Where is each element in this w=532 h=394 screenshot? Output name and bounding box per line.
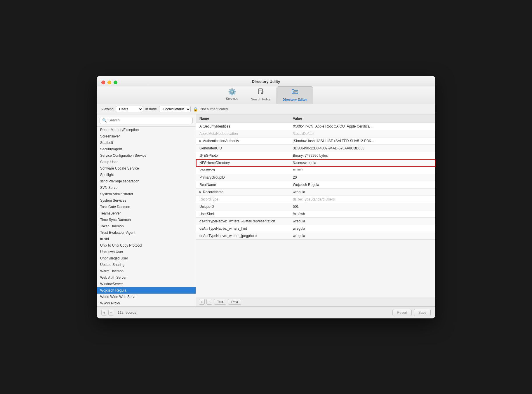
cell-name: AppleMetaNodeLocation: [196, 130, 289, 137]
list-item[interactable]: Unix to Unix Copy Protocol: [97, 242, 196, 249]
header-name: Name: [196, 116, 289, 121]
list-item[interactable]: Setup User: [97, 159, 196, 165]
value-toolbar: + − Text Data: [196, 297, 435, 306]
lock-icon[interactable]: 🔒: [193, 107, 198, 111]
cell-value: wregula: [289, 225, 435, 232]
list-item[interactable]: Screensaver: [97, 133, 196, 140]
main-window: Directory Utility ⚙️ Services Search Pol…: [97, 76, 435, 318]
search-icon: 🔍: [102, 118, 107, 123]
table-row[interactable]: dsAttrTypeNative:_writers_jpegphotowregu…: [196, 232, 435, 240]
search-input-wrap: 🔍: [100, 117, 193, 124]
add-value-button[interactable]: +: [199, 299, 205, 305]
table-row[interactable]: UserShell/bin/zsh: [196, 210, 435, 218]
add-record-button[interactable]: +: [101, 310, 107, 315]
cell-value: wregula: [289, 189, 435, 196]
table-row[interactable]: AppleMetaNodeLocation/Local/Default: [196, 130, 435, 137]
cell-value: 501: [289, 203, 435, 210]
save-button[interactable]: Save: [414, 309, 431, 316]
cell-value: 3D308490-22D8-4009-94AD-678AA8CBD833: [289, 145, 435, 152]
list-item[interactable]: SVN Server: [97, 184, 196, 191]
table-header: Name Value: [196, 114, 435, 123]
cell-name: ▶RecordName: [196, 189, 289, 196]
table-row[interactable]: dsAttrTypeNative:_writers_AvatarRepresen…: [196, 218, 435, 225]
tab-services[interactable]: ⚙️ Services: [219, 86, 245, 104]
node-select[interactable]: /Local/Default: [159, 106, 191, 112]
expand-arrow-icon[interactable]: ▶: [199, 190, 202, 193]
list-item[interactable]: SecurityAgent: [97, 146, 196, 152]
viewing-label: Viewing: [101, 107, 114, 111]
list-item[interactable]: WWW Proxy: [97, 300, 196, 306]
list-items: ReportMemoryExceptionScreensaverSeatbelt…: [97, 127, 196, 306]
table-row[interactable]: RecordTypedsRecTypeStandard:Users: [196, 196, 435, 203]
text-button[interactable]: Text: [214, 299, 226, 305]
search-bar: 🔍: [97, 114, 196, 127]
list-item[interactable]: trustd: [97, 236, 196, 242]
cell-value: Wojciech Reguła: [289, 181, 435, 188]
table-row[interactable]: ▶AuthenticationAuthority;ShadowHash;HASH…: [196, 137, 435, 145]
cell-value: 20: [289, 174, 435, 181]
list-item[interactable]: Software Update Service: [97, 165, 196, 172]
remove-record-button[interactable]: −: [108, 310, 114, 315]
cell-name: dsAttrTypeNative:_writers_jpegphoto: [196, 232, 289, 239]
cell-value: X509:<T>CN=Apple Root CA,OU=Apple Certif…: [289, 123, 435, 130]
list-item[interactable]: WindowServer: [97, 281, 196, 287]
window-title: Directory Utility: [252, 79, 280, 84]
list-item[interactable]: Unprivileged User: [97, 255, 196, 261]
list-item[interactable]: System Services: [97, 197, 196, 204]
cell-value: /Users/wregula: [289, 159, 435, 166]
cell-value: wregula: [289, 232, 435, 239]
cell-name: UniqueID: [196, 203, 289, 210]
list-item[interactable]: System Administrator: [97, 191, 196, 197]
list-item[interactable]: Task Gate Daemon: [97, 204, 196, 210]
table-row[interactable]: dsAttrTypeNative:_writers_hintwregula: [196, 225, 435, 232]
list-item[interactable]: Time Sync Daemon: [97, 217, 196, 223]
cell-name: PrimaryGroupID: [196, 174, 289, 181]
table-row[interactable]: AltSecurityIdentitiesX509:<T>CN=Apple Ro…: [196, 123, 435, 130]
list-item[interactable]: Token Daemon: [97, 223, 196, 229]
bottom-left: + − 112 records: [101, 310, 136, 315]
list-item[interactable]: Web Auth Server: [97, 274, 196, 281]
list-item[interactable]: Wojciech Reguła: [97, 287, 196, 294]
tab-directory-editor[interactable]: Directory Editor: [277, 86, 313, 104]
list-item[interactable]: World Wide Web Server: [97, 294, 196, 300]
list-item[interactable]: Warm Daemon: [97, 268, 196, 274]
table-row[interactable]: NFSHomeDirectory/Users/wregula: [196, 159, 435, 167]
expand-arrow-icon[interactable]: ▶: [199, 139, 202, 142]
table-row[interactable]: PrimaryGroupID20: [196, 174, 435, 181]
cell-name: dsAttrTypeNative:_writers_AvatarRepresen…: [196, 218, 289, 225]
close-button[interactable]: [101, 81, 105, 84]
list-item[interactable]: ReportMemoryException: [97, 127, 196, 133]
cell-name: ▶AuthenticationAuthority: [196, 137, 289, 144]
table-row[interactable]: GeneratedUID3D308490-22D8-4009-94AD-678A…: [196, 145, 435, 152]
list-item[interactable]: Update Sharing: [97, 261, 196, 268]
table-row[interactable]: Password••••••••: [196, 167, 435, 174]
list-item[interactable]: Seatbelt: [97, 140, 196, 146]
table-row[interactable]: RealNameWojciech Reguła: [196, 181, 435, 189]
list-item[interactable]: Trust Evaluation Agent: [97, 229, 196, 236]
remove-value-button[interactable]: −: [206, 299, 212, 305]
minimize-button[interactable]: [107, 81, 111, 84]
auth-status: Not authenticated: [200, 107, 228, 111]
data-button[interactable]: Data: [228, 299, 241, 305]
table-body: AltSecurityIdentitiesX509:<T>CN=Apple Ro…: [196, 123, 435, 297]
list-item[interactable]: Service Configuration Service: [97, 152, 196, 159]
cell-value: ;ShadowHash;HASHLIST:<SALTED-SHA512-PBK.…: [289, 137, 435, 144]
header-value: Value: [289, 116, 431, 121]
revert-button[interactable]: Revert: [392, 309, 411, 316]
table-row[interactable]: UniqueID501: [196, 203, 435, 210]
maximize-button[interactable]: [114, 81, 117, 84]
sidebar: 🔍 ReportMemoryExceptionScreensaverSeatbe…: [97, 114, 196, 306]
list-item[interactable]: Unknown User: [97, 249, 196, 255]
in-node-label: in node: [145, 107, 157, 111]
table-row[interactable]: JPEGPhotoBinary: 7472996 bytes: [196, 152, 435, 159]
list-item[interactable]: TeamsServer: [97, 210, 196, 217]
cell-value: /bin/zsh: [289, 210, 435, 217]
table-row[interactable]: ▶RecordNamewregula: [196, 189, 435, 196]
search-policy-label: Search Policy: [251, 97, 271, 101]
svg-line-5: [263, 93, 264, 94]
list-item[interactable]: sshd Privilege separation: [97, 178, 196, 184]
tab-search-policy[interactable]: Search Policy: [245, 86, 277, 104]
viewing-select[interactable]: Users Groups Computers: [116, 106, 143, 112]
search-input[interactable]: [109, 118, 190, 122]
list-item[interactable]: Spotlight: [97, 172, 196, 178]
